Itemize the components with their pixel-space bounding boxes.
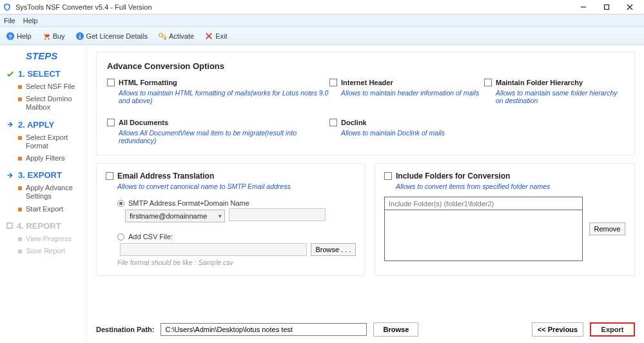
titlebar: SysTools NSF Converter v5.4 - Full Versi… (0, 0, 644, 14)
radio-csv[interactable]: Add CSV File: (117, 233, 356, 240)
svg-text:i: i (79, 33, 80, 39)
sidebar-item-view-progress: View Progress (18, 235, 83, 243)
menu-help[interactable]: Help (23, 17, 38, 24)
window-title: SysTools NSF Converter v5.4 - Full Versi… (15, 3, 572, 11)
exit-icon (204, 32, 213, 41)
option-internet-header: Internet Header Allows to maintain heade… (329, 79, 484, 104)
arrow-icon (6, 121, 14, 128)
option-all-documents: All Documents Allows All DocumentView ma… (107, 119, 329, 144)
checkbox-doclink[interactable] (329, 119, 337, 126)
previous-button[interactable]: << Previous (532, 322, 583, 337)
sidebar-item-select-domino[interactable]: Select Domino Mailbox (18, 95, 83, 112)
step-3-header[interactable]: 3. EXPORT (6, 170, 83, 180)
sidebar-item-select-export-format[interactable]: Select Export Format (18, 133, 83, 150)
sidebar-item-advance-settings[interactable]: Apply Advance Settings (18, 184, 83, 201)
menu-file[interactable]: File (4, 17, 15, 24)
footer-bar: Destination Path: Browse << Previous Exp… (96, 322, 635, 337)
remove-button[interactable]: Remove (589, 222, 625, 235)
step-2-header[interactable]: 2. APPLY (6, 120, 83, 130)
toolbar: ? Help Buy i Get License Details Activat… (0, 27, 644, 45)
csv-browse-button[interactable]: Browse . . . (311, 243, 356, 256)
destination-label: Destination Path: (96, 326, 154, 333)
option-folder-hierarchy: Maintain Folder Hierarchy Allows to main… (484, 79, 624, 104)
smtp-format-select[interactable]: firstname@domainname ▾ (125, 210, 225, 222)
chevron-down-icon: ▾ (219, 213, 222, 219)
checkbox-alldocs[interactable] (107, 119, 115, 126)
toolbar-activate[interactable]: Activate (155, 30, 197, 43)
checkbox-email-translation[interactable] (106, 172, 113, 180)
window-controls (572, 0, 641, 14)
checkbox-include-folders[interactable] (384, 172, 392, 180)
sidebar-item-save-report: Save Report (18, 247, 83, 255)
toolbar-help[interactable]: ? Help (3, 30, 35, 43)
checkbox-html[interactable] (107, 79, 115, 86)
arrow-icon (6, 172, 14, 179)
key-icon (158, 32, 167, 41)
sidebar-item-start-export[interactable]: Start Export (18, 205, 83, 213)
csv-hint: File format should be like : Sample.csv (117, 259, 356, 266)
panel-title: Advance Conversion Options (107, 61, 624, 71)
include-folders-panel: Include Folders for Conversion Allows to… (375, 163, 635, 276)
checkbox-internet[interactable] (329, 79, 337, 86)
include-folders-list (384, 197, 583, 261)
csv-path-input[interactable] (120, 243, 307, 256)
app-icon (3, 3, 12, 12)
square-icon (6, 222, 13, 229)
option-doclink: Doclink Allows to maintain Doclink of ma… (329, 119, 484, 144)
sidebar: STEPS 1. SELECT Select NSF File Select D… (0, 45, 87, 343)
radio-button[interactable] (117, 233, 124, 240)
radio-button[interactable] (117, 200, 124, 207)
info-icon: i (75, 32, 84, 41)
radio-smtp-format[interactable]: SMTP Address Format+Domain Name (117, 199, 356, 207)
minimize-button[interactable] (572, 0, 595, 14)
check-icon (6, 70, 14, 78)
include-folder-input[interactable] (385, 197, 582, 210)
step-1-header[interactable]: 1. SELECT (6, 69, 83, 79)
destination-browse-button[interactable]: Browse (373, 322, 418, 337)
toolbar-buy[interactable]: Buy (39, 30, 68, 43)
toolbar-exit[interactable]: Exit (201, 30, 230, 43)
svg-point-7 (48, 38, 49, 39)
destination-path-input[interactable] (161, 323, 367, 336)
steps-title: STEPS (26, 50, 83, 61)
svg-text:?: ? (8, 33, 12, 39)
advance-options-panel: Advance Conversion Options HTML Formatti… (96, 52, 635, 155)
close-button[interactable] (618, 0, 641, 14)
cart-icon (42, 32, 51, 41)
svg-point-6 (44, 38, 46, 39)
content-area: Advance Conversion Options HTML Formatti… (87, 45, 644, 343)
email-translation-panel: Email Address Translation Allows to conv… (96, 163, 366, 276)
svg-rect-1 (605, 5, 609, 9)
checkbox-hierarchy[interactable] (484, 79, 492, 86)
option-html-formatting: HTML Formatting Allows to maintain HTML … (107, 79, 329, 104)
toolbar-license[interactable]: i Get License Details (72, 30, 151, 43)
help-icon: ? (6, 32, 15, 41)
step-4-header: 4. REPORT (6, 221, 83, 231)
domain-input[interactable] (229, 208, 326, 221)
sidebar-item-select-nsf[interactable]: Select NSF File (18, 83, 83, 91)
maximize-button[interactable] (595, 0, 618, 14)
export-button[interactable]: Export (590, 322, 635, 337)
sidebar-item-apply-filters[interactable]: Apply Filters (18, 154, 83, 162)
menubar: File Help (0, 14, 644, 27)
